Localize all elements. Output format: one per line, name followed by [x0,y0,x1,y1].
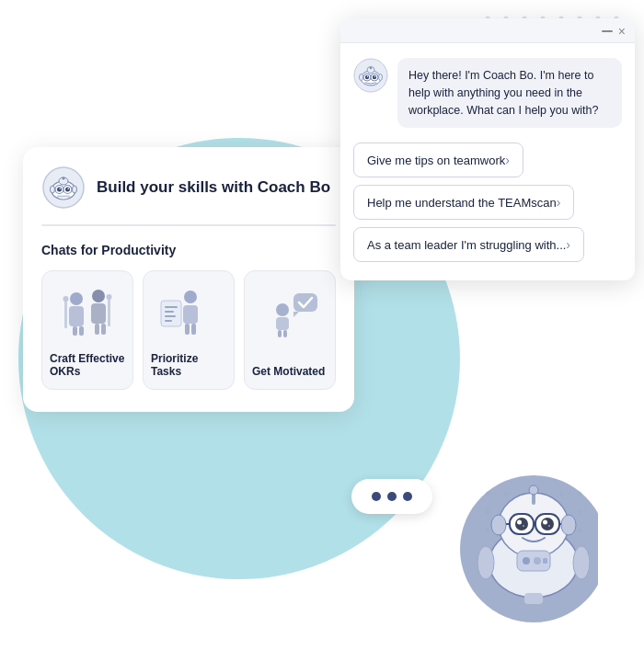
svg-point-156 [491,515,506,535]
svg-rect-164 [524,593,543,604]
svg-point-108 [63,296,69,302]
svg-point-152 [523,525,524,527]
svg-point-136 [360,74,363,81]
skill-card: Build your skills with Coach Bo Chats fo… [23,147,354,412]
chat-card-tasks-label: Prioritize Tasks [151,352,226,378]
svg-point-110 [107,294,112,300]
svg-point-91 [65,188,70,192]
typing-dot-1 [372,492,381,501]
chat-widget-titlebar: × [340,18,635,43]
skill-card-divider [41,224,336,226]
svg-rect-112 [183,305,198,324]
minimize-icon[interactable] [602,30,613,32]
svg-rect-161 [543,558,547,564]
svg-point-96 [63,177,65,180]
chat-card-motivated[interactable]: Get Motivated [244,270,336,390]
coach-bo-icon-small [41,165,86,210]
svg-point-157 [561,515,576,535]
svg-point-93 [67,188,69,189]
svg-rect-104 [91,303,106,324]
svg-point-103 [92,290,105,302]
svg-point-131 [373,75,376,79]
svg-rect-119 [165,320,172,322]
svg-point-153 [548,525,550,527]
svg-rect-116 [165,306,178,308]
svg-rect-122 [278,330,282,337]
chats-label: Chats for Productivity [41,243,336,257]
chat-cards-row: Craft Effective OKRs Prio [41,270,336,390]
chat-card-okrs-label: Craft Effective OKRs [50,352,125,378]
svg-marker-125 [293,312,299,317]
svg-point-90 [57,188,62,192]
svg-rect-106 [101,324,106,335]
svg-rect-102 [79,326,84,336]
option-team-leader[interactable]: As a team leader I'm struggling with... … [353,227,584,262]
svg-point-148 [515,518,528,530]
svg-rect-118 [165,315,176,317]
svg-point-159 [523,557,530,564]
svg-rect-121 [276,317,289,330]
svg-rect-94 [57,196,70,198]
chat-card-okrs[interactable]: Craft Effective OKRs [41,270,133,390]
svg-rect-101 [73,326,77,336]
svg-point-92 [59,188,61,189]
svg-point-149 [541,518,554,530]
typing-dot-2 [387,492,397,501]
chevron-icon-1: › [557,195,561,210]
svg-point-98 [73,186,77,193]
okrs-illustration [50,280,125,345]
svg-point-150 [517,520,522,525]
bot-bubble: Hey there! I'm Coach Bo. I'm here to hel… [397,58,622,128]
motivated-illustration [252,280,328,345]
svg-point-151 [543,520,547,525]
svg-rect-115 [161,301,181,326]
skill-card-header: Build your skills with Coach Bo [41,165,336,210]
svg-rect-114 [191,324,196,335]
typing-dot-3 [403,492,412,501]
svg-rect-124 [293,293,317,312]
svg-point-155 [529,485,538,495]
chevron-icon-2: › [566,237,570,252]
svg-point-132 [367,76,368,77]
tasks-illustration [151,280,226,345]
skill-card-title: Build your skills with Coach Bo [97,178,330,197]
option-teamscan[interactable]: Help me understand the TEAMscan › [353,185,574,220]
option-teamwork[interactable]: Give me tips on teamwork › [353,143,523,177]
close-icon[interactable]: × [618,24,626,39]
svg-rect-105 [95,324,99,335]
svg-rect-109 [108,299,110,326]
svg-point-130 [365,75,369,79]
svg-rect-113 [185,324,190,335]
svg-point-135 [370,67,372,69]
svg-rect-145 [534,522,535,526]
svg-point-120 [276,303,289,316]
svg-rect-100 [69,306,84,326]
typing-bubble [351,479,432,514]
coach-bo-avatar [353,58,388,93]
svg-point-160 [534,557,541,564]
svg-rect-117 [165,311,174,313]
svg-point-162 [477,546,494,579]
svg-point-111 [184,291,197,303]
chat-card-tasks[interactable]: Prioritize Tasks [143,270,235,390]
svg-point-97 [51,186,55,193]
chat-widget-body: Hey there! I'm Coach Bo. I'm here to hel… [340,43,635,280]
chat-widget: × Hey there! I'm Coach Bo. I'm here to h… [340,18,635,280]
svg-point-99 [70,292,83,305]
chevron-icon-0: › [505,153,510,167]
option-team-leader-label: As a team leader I'm struggling with... [367,238,566,252]
chat-card-motivated-label: Get Motivated [252,365,325,378]
option-teamscan-label: Help me understand the TEAMscan [367,196,557,210]
svg-point-137 [379,74,383,81]
option-teamwork-label: Give me tips on teamwork [367,154,505,167]
svg-point-133 [374,76,375,77]
svg-rect-107 [64,301,67,328]
svg-rect-123 [283,330,287,337]
bot-message-row: Hey there! I'm Coach Bo. I'm here to hel… [353,58,622,128]
robot-mascot-large [432,457,598,622]
svg-point-163 [573,546,590,579]
